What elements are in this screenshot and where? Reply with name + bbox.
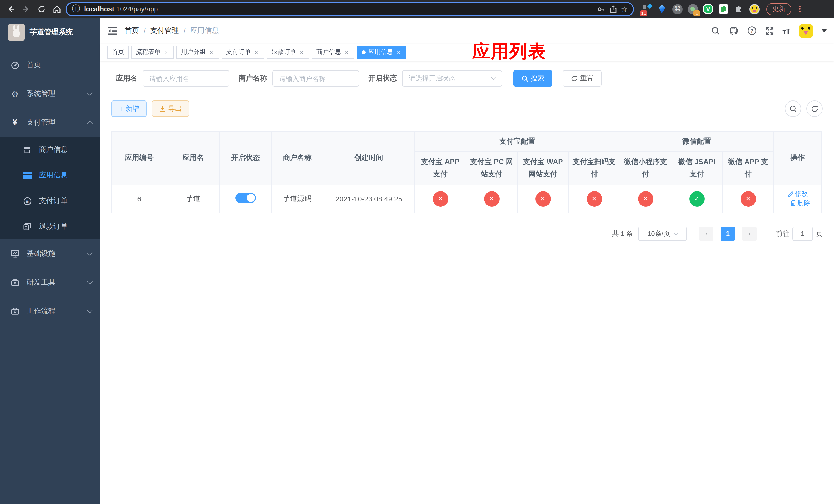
user-menu-caret-icon[interactable] [822, 29, 827, 32]
export-button[interactable]: 导出 [152, 100, 189, 117]
tab-refund-order[interactable]: 退款订单× [267, 45, 309, 59]
header-search-icon[interactable] [711, 26, 720, 35]
close-icon[interactable]: × [208, 49, 214, 55]
reset-button[interactable]: 重置 [563, 70, 602, 87]
toolbox-icon [10, 307, 20, 315]
sidebar-item-app-info[interactable]: 应用信息 [0, 162, 100, 188]
sidebar-collapse-icon[interactable] [107, 26, 117, 36]
chevron-down-icon [87, 90, 93, 96]
status-select[interactable]: 请选择开启状态 [402, 70, 502, 87]
extension-command-icon[interactable]: ⌘ [672, 4, 683, 14]
sidebar-item-home[interactable]: 首页 [0, 51, 100, 79]
next-page-button[interactable]: › [742, 226, 756, 241]
alipay-pc-status-icon: ✕ [484, 191, 499, 206]
fullscreen-icon[interactable] [765, 26, 774, 35]
extension-vue-icon[interactable]: V [703, 4, 714, 14]
prev-page-button[interactable]: ‹ [699, 226, 714, 241]
sidebar-item-payment[interactable]: ¥ 支付管理 [0, 108, 100, 137]
sidebar-logo[interactable]: 芋道管理系统 [0, 18, 100, 47]
tab-user-group[interactable]: 用户分组× [176, 45, 219, 59]
tab-merchant-info[interactable]: 商户信息× [312, 45, 354, 59]
wx-mini-status-icon: ✕ [638, 191, 653, 206]
col-alipay-pc: 支付宝 PC 网站支付 [466, 152, 517, 185]
page-number-1[interactable]: 1 [721, 226, 735, 241]
password-key-icon[interactable] [597, 5, 605, 13]
edit-link[interactable]: 修改 [787, 190, 808, 199]
sidebar-item-workflow[interactable]: 工作流程 [0, 297, 100, 326]
cell-merchant: 芋道源码 [271, 185, 323, 213]
share-icon[interactable] [609, 5, 617, 13]
col-group-alipay: 支付宝配置 [415, 132, 620, 152]
goto-page-input[interactable] [792, 226, 813, 241]
tab-process-form[interactable]: 流程表单× [131, 45, 174, 59]
address-bar[interactable]: ⓘ localhost:1024/pay/app ☆ [66, 2, 634, 16]
close-icon[interactable]: × [299, 49, 305, 55]
navbar: 首页 / 支付管理 / 应用信息 ? [100, 18, 834, 44]
app-name-input[interactable] [142, 70, 229, 87]
help-icon[interactable]: ? [747, 26, 756, 36]
breadcrumb-home[interactable]: 首页 [125, 26, 139, 36]
add-button[interactable]: + 新增 [111, 100, 147, 117]
browser-back-icon[interactable] [4, 2, 18, 16]
search-button[interactable]: 搜索 [513, 70, 552, 87]
yen-icon: ¥ [10, 117, 20, 128]
sidebar-item-label: 研发工具 [27, 278, 81, 287]
chevron-down-icon [87, 250, 93, 256]
sidebar-item-label: 基础设施 [27, 249, 81, 258]
row-status-toggle[interactable] [235, 193, 256, 203]
sidebar-item-devtools[interactable]: 研发工具 [0, 268, 100, 297]
extension-gem-icon[interactable] [657, 4, 667, 14]
tab-app-info[interactable]: 应用信息× [357, 45, 406, 59]
delete-link[interactable]: 删除 [790, 199, 810, 207]
col-alipay-wap: 支付宝 WAP 网站支付 [517, 152, 569, 185]
sidebar-item-merchant-info[interactable]: 商户信息 [0, 137, 100, 162]
bookmark-star-icon[interactable]: ☆ [621, 4, 628, 14]
cell-app-id: 6 [112, 185, 167, 213]
tags-view-bar: 首页 流程表单× 用户分组× 支付订单× 退款订单× 商户信息× 应用信息× [100, 44, 834, 61]
breadcrumb: 首页 / 支付管理 / 应用信息 [125, 26, 219, 36]
extension-devtools-icon[interactable]: 10 [641, 4, 652, 14]
toggle-search-button[interactable] [785, 100, 801, 117]
refresh-button[interactable] [806, 100, 823, 117]
close-icon[interactable]: × [344, 49, 350, 55]
monitor-chart-icon [10, 250, 20, 258]
sidebar-item-infra[interactable]: 基础设施 [0, 239, 100, 268]
extensions-puzzle-icon[interactable] [733, 4, 744, 14]
close-icon[interactable]: × [163, 49, 169, 55]
extension-badge: 10 [640, 10, 647, 17]
close-icon[interactable]: × [395, 49, 402, 55]
app-name-label: 应用名 [116, 74, 137, 83]
breadcrumb-payment[interactable]: 支付管理 [150, 26, 179, 36]
active-dot [361, 50, 366, 54]
extension-recorder-icon[interactable]: 1 [687, 4, 698, 14]
grid-icon [23, 171, 32, 179]
tab-home[interactable]: 首页 [107, 45, 129, 59]
tab-pay-order[interactable]: 支付订单× [222, 45, 264, 59]
sidebar-item-system[interactable]: ⚙ 系统管理 [0, 79, 100, 108]
app-title: 芋道管理系统 [30, 28, 73, 37]
app-table: 应用编号 应用名 开启状态 商户名称 创建时间 支付宝配置 微信配置 操作 支付… [111, 131, 822, 213]
close-icon[interactable]: × [254, 49, 260, 55]
status-label: 开启状态 [368, 74, 397, 83]
browser-menu-icon[interactable] [796, 5, 803, 13]
user-avatar[interactable] [799, 24, 813, 38]
font-size-icon[interactable]: TT [783, 26, 790, 35]
alipay-scan-status-icon: ✕ [587, 191, 602, 206]
site-info-icon[interactable]: ⓘ [72, 4, 80, 14]
browser-profile-avatar[interactable] [749, 4, 760, 14]
browser-forward-icon[interactable] [20, 2, 33, 16]
browser-home-icon[interactable] [50, 2, 64, 16]
browser-reload-icon[interactable] [35, 2, 48, 16]
github-icon[interactable] [729, 26, 738, 36]
col-group-wechat: 微信配置 [620, 132, 774, 152]
extension-notes-icon[interactable] [718, 4, 729, 14]
chrome-update-button[interactable]: 更新 [766, 3, 791, 15]
page-size-select[interactable]: 10条/页 [638, 226, 687, 241]
cell-app-name: 芋道 [167, 185, 219, 213]
sidebar-item-pay-order[interactable]: ¥ 支付订单 [0, 188, 100, 214]
col-alipay-app: 支付宝 APP 支付 [415, 152, 466, 185]
page-unit-label: 页 [816, 229, 823, 238]
sidebar-item-label: 系统管理 [27, 89, 81, 98]
sidebar-item-refund-order[interactable]: 退款订单 [0, 214, 100, 239]
merchant-name-input[interactable] [272, 70, 359, 87]
